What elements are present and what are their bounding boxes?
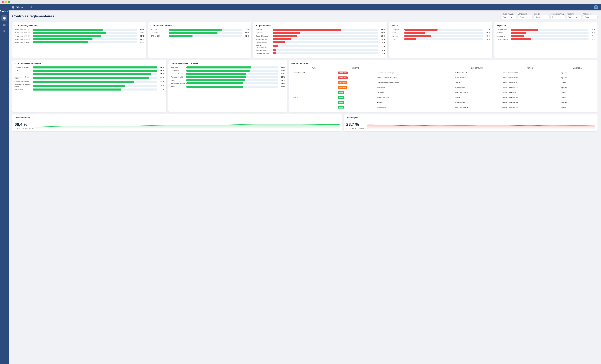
chevron-down-icon: ▼	[543, 16, 545, 18]
bar-item: Laboratoire 69 %	[171, 70, 285, 72]
bar-fill	[511, 35, 524, 37]
badge-cell: Non résolu	[337, 70, 375, 75]
conformite-verification-bars: Appareils de levage 100 % Bruit 100 % Es…	[15, 67, 164, 90]
close-btn[interactable]	[2, 1, 4, 3]
table-row: En attente Systèmes de détection incendi…	[292, 80, 595, 85]
badge-cell: En attente	[337, 80, 375, 85]
bar-label: Entrepôt secondaire	[171, 83, 185, 84]
filter-lieu-travail-select[interactable]: Tous ▼	[502, 15, 516, 19]
bar-fill	[186, 76, 246, 78]
action-cell: Mesure Corrective 106	[501, 75, 559, 80]
maximize-btn[interactable]	[8, 1, 10, 3]
bar-pct: 3 %	[380, 52, 385, 54]
bar-item: ISO 45001 66 %	[150, 32, 249, 34]
user-avatar[interactable]: 👤	[594, 5, 598, 10]
bar-item: Grave 26 %	[392, 32, 490, 34]
sidebar-item-grid[interactable]: ⊞	[1, 28, 7, 34]
bar-pct: 74 %	[159, 85, 164, 87]
bar-item: Bruit 100 %	[15, 70, 164, 72]
bar-item: Moyenne 33 %	[392, 35, 490, 37]
minimize-btn[interactable]	[5, 1, 7, 3]
desc-cell: Systèmes de détection incendie	[375, 80, 454, 85]
bar-pct: 69 %	[279, 70, 285, 71]
bar-fill	[273, 32, 300, 34]
bar-fill	[33, 73, 151, 75]
bar-pct: 5 %	[380, 45, 385, 47]
badge-cell: Validé	[337, 90, 375, 95]
bar-fill	[33, 67, 157, 69]
bar-pct: 62 %	[279, 83, 285, 84]
bar-fill	[33, 81, 134, 83]
bar-pct: 64 %	[279, 79, 285, 81]
lieu-cell: Poste de travail 3	[454, 105, 501, 109]
bar-fill	[511, 32, 526, 34]
lieu-cell: Poste de travail 1	[454, 75, 501, 80]
filter-reglementation-label: Réglementation	[551, 13, 565, 15]
bar-label: Poste de travail 1	[171, 76, 185, 78]
bar-track	[186, 82, 278, 84]
down-arrow-icon: ↓	[15, 127, 15, 129]
sidebar-item-table[interactable]: ▦	[1, 22, 7, 28]
row3: Total conformités 66,4 % ↓ 2.4% que le m…	[12, 114, 598, 131]
bar-label: Moyenne	[392, 35, 403, 37]
bar-label: Garde-corps	[15, 89, 32, 90]
bar-fill	[511, 38, 531, 40]
bar-label: Probable	[497, 32, 510, 34]
assignee-cell: Ingénieur 1	[559, 70, 595, 75]
filter-priorite: Priorité Tous ▼	[567, 13, 581, 19]
table-row: Août 2023 Validé Sécurité machine Atelie…	[292, 95, 595, 100]
bar-label: Faible	[392, 38, 403, 40]
sparkline-conformites	[35, 122, 340, 129]
col-description	[375, 67, 454, 70]
action-cell: Mesure Corrective 167	[501, 80, 559, 85]
filter-assigne: Assigné à Tous ▼	[583, 13, 598, 19]
chevron-down-icon: ▼	[560, 16, 561, 18]
assignee-cell: Agent 2	[559, 95, 595, 100]
bar-label: Décret exéc. n°64-268	[15, 38, 32, 40]
bar-label: Bureau 2	[171, 86, 185, 88]
filter-assigne-select[interactable]: Tous ▼	[583, 15, 598, 19]
filter-norme-select[interactable]: Tous ▼	[534, 15, 549, 19]
bar-item: Risque Chimique 23 %	[256, 35, 385, 37]
conformite-lieux-bars: Réfectoire 71 % Laboratoire 69 % Espace …	[171, 67, 285, 88]
down-arrow-icon: ↓	[346, 127, 347, 129]
bar-label: Explosion	[256, 32, 272, 34]
status-badge: Validé	[338, 101, 344, 104]
filter-lieu-travail-label: Lieu de travail	[502, 13, 516, 15]
bar-label: Maladie Professionnelle	[256, 45, 272, 48]
total-conformites-change-label: que le mois dernier	[20, 127, 34, 129]
filter-priorite-value: Tous	[568, 16, 572, 18]
bar-pct: 93 %	[159, 77, 164, 79]
bar-item: Bureau 1 64 %	[171, 79, 285, 81]
bar-pct: 66 %	[243, 32, 249, 34]
sidebar-nav: 🕐 ▦ ⊞	[0, 15, 9, 34]
status-badge: Non résolu	[338, 77, 348, 79]
sparkline-risques	[367, 122, 595, 129]
bar-track	[169, 29, 242, 31]
bar-pct: 81 %	[159, 81, 164, 83]
sidebar-item-clock[interactable]: 🕐	[1, 15, 7, 21]
bar-fill	[186, 73, 246, 75]
total-risques-change: ↓ 1.3% que le mois dernier	[346, 127, 365, 129]
chevron-down-icon: ▼	[527, 16, 528, 18]
card-gravite-title: Gravité	[392, 24, 490, 27]
bar-pct: 65 %	[279, 73, 285, 75]
card-conformite-lieux-title: Conformité des lieux de travail	[171, 62, 285, 64]
bar-item: Chutes d'objets 12 %	[256, 41, 385, 43]
bar-item: Improbable 17 %	[497, 35, 595, 37]
filter-verification-select[interactable]: Tous ▼	[518, 15, 532, 19]
status-badge: Validé	[338, 106, 344, 108]
card-conformite-verification: Conformité après vérification Appareils …	[12, 60, 166, 112]
filter-reglementation-select[interactable]: Tous ▼	[551, 15, 565, 19]
bar-pct: 100 %	[159, 67, 164, 68]
filter-priorite-select[interactable]: Tous ▼	[567, 15, 581, 19]
badge-cell: Validé	[337, 105, 375, 109]
bar-label: Très grave	[392, 29, 403, 30]
bar-pct: 26 %	[380, 32, 385, 34]
status-badge: Validé	[338, 96, 344, 99]
bar-fill	[33, 38, 92, 40]
bar-item: Risque Machine 17 %	[256, 38, 385, 40]
col-lieu: LIEU DE TRAVAIL	[454, 67, 501, 70]
bar-track	[33, 89, 157, 90]
card-total-risques-title: Total risques	[346, 117, 595, 119]
